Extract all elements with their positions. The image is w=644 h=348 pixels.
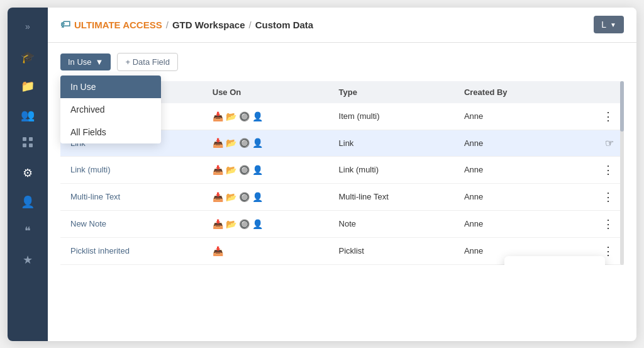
row-actions-btn[interactable]: ⋮ [567, 156, 624, 183]
created-by-cell: Anne [454, 103, 567, 130]
cursor-pointer-icon: ☞ [605, 138, 614, 149]
row-actions-btn[interactable]: ☞ [567, 130, 624, 156]
created-by-cell: Anne [454, 210, 567, 237]
star-icon: ★ [23, 253, 33, 267]
breadcrumb-sep2: / [248, 20, 251, 30]
dropdown-menu: In Use Archived All Fields [60, 76, 161, 143]
main-content: 🏷 ULTIMATE ACCESS / GTD Workspace / Cust… [48, 8, 636, 341]
row-actions-btn[interactable]: ⋮ [567, 183, 624, 210]
row-actions-btn[interactable]: ⋮ [567, 210, 624, 237]
context-menu-field-settings[interactable]: Field Settings [504, 260, 605, 265]
collapse-icon: » [25, 21, 30, 31]
folder-open-icon: 📂 [226, 165, 236, 175]
field-name-link[interactable]: Multi-line Text [70, 192, 120, 201]
use-on-cell: 📥 📂 🔘 👤 [203, 210, 329, 237]
field-name-link[interactable]: Link (multi) [70, 165, 111, 174]
created-by-cell: Anne [454, 156, 567, 183]
inbox-icon: 📥 [213, 111, 223, 121]
col-type: Type [329, 81, 454, 103]
breadcrumb-workspace-link[interactable]: ULTIMATE ACCESS [74, 20, 162, 30]
sidebar-item-quotes[interactable]: ❝ [15, 218, 40, 244]
svg-rect-3 [29, 143, 33, 147]
people-icon: 👥 [21, 108, 35, 122]
folder-open-icon: 📂 [226, 138, 236, 148]
use-on-icons: 📥 [213, 246, 319, 256]
sidebar-collapse-btn[interactable]: » [16, 15, 39, 38]
table-row: Multi-line Text 📥 📂 🔘 👤 Multi-l [60, 183, 624, 210]
circle-icon: 🔘 [239, 111, 250, 121]
sidebar-item-people[interactable]: 👥 [15, 103, 40, 128]
sidebar-item-apps[interactable] [15, 132, 40, 157]
inbox-icon: 📥 [213, 192, 223, 202]
chevron-down-icon: ▼ [610, 21, 616, 28]
field-name-cell: Picklist inherited [60, 237, 203, 264]
col-use-on: Use On [203, 81, 329, 103]
field-name-link[interactable]: New Note [70, 219, 106, 228]
use-on-cell: 📥 📂 🔘 👤 [203, 156, 329, 183]
user-icon: 👤 [252, 192, 263, 202]
row-actions-btn[interactable]: ⋮ [567, 103, 624, 130]
folder-icon: 📁 [21, 79, 35, 93]
folder-open-icon: 📂 [226, 192, 236, 202]
header: 🏷 ULTIMATE ACCESS / GTD Workspace / Cust… [48, 8, 636, 43]
created-by-cell: Anne [454, 130, 567, 156]
inbox-icon: 📥 [213, 246, 223, 256]
col-actions [567, 81, 624, 103]
use-on-cell: 📥 [203, 237, 329, 264]
use-on-cell: 📥 📂 🔘 👤 [203, 103, 329, 130]
circle-icon: 🔘 [239, 192, 250, 202]
apps-icon [22, 137, 33, 151]
in-use-dropdown-button[interactable]: In Use ▼ [60, 53, 111, 70]
use-on-cell: 📥 📂 🔘 👤 [203, 183, 329, 210]
sidebar-item-favorites[interactable]: ★ [15, 247, 40, 272]
breadcrumb: 🏷 ULTIMATE ACCESS / GTD Workspace / Cust… [60, 19, 313, 30]
content-area: In Use ▼ + Data Field In Use Archived Al… [48, 43, 636, 341]
dropdown-item-archived[interactable]: Archived [60, 98, 161, 121]
use-on-icons: 📥 📂 🔘 👤 [213, 165, 319, 175]
created-by-cell: Anne [454, 183, 567, 210]
user-icon: 👤 [252, 219, 263, 229]
context-menu: Field Settings Archive Field [504, 256, 605, 265]
sidebar-item-profile[interactable]: 👤 [15, 189, 40, 215]
sidebar-item-folders[interactable]: 📁 [15, 74, 40, 99]
field-name-link[interactable]: Picklist inherited [70, 246, 130, 255]
scrollbar-track[interactable] [620, 81, 624, 265]
user-icon: 👤 [252, 165, 263, 175]
use-on-icons: 📥 📂 🔘 👤 [213, 111, 319, 121]
folder-open-icon: 📂 [226, 111, 236, 121]
breadcrumb-sep1: / [166, 20, 169, 30]
scrollbar-thumb[interactable] [620, 81, 624, 132]
col-created-by: Created By [454, 81, 567, 103]
type-cell: Item (multi) [329, 103, 454, 130]
toolbar: In Use ▼ + Data Field In Use Archived Al… [60, 53, 624, 71]
use-on-cell: 📥 📂 🔘 👤 [203, 130, 329, 156]
user-menu-button[interactable]: L ▼ [594, 16, 624, 33]
folder-open-icon: 📂 [226, 219, 236, 229]
graduation-cap-icon: 🎓 [21, 50, 35, 64]
breadcrumb-custom-data: Custom Data [255, 20, 314, 30]
field-name-cell: New Note [60, 210, 203, 237]
breadcrumb-gtd[interactable]: GTD Workspace [172, 20, 245, 30]
field-name-cell: Multi-line Text [60, 183, 203, 210]
dropdown-item-in-use[interactable]: In Use [60, 76, 161, 98]
sidebar-item-settings[interactable]: ⚙ [15, 160, 40, 186]
dropdown-item-all-fields[interactable]: All Fields [60, 121, 161, 143]
sidebar: » 🎓 📁 👥 ⚙ 👤 ❝ [8, 8, 48, 341]
use-on-icons: 📥 📂 🔘 👤 [213, 192, 319, 202]
quote-icon: ❝ [25, 224, 31, 238]
use-on-icons: 📥 📂 🔘 👤 [213, 219, 319, 229]
circle-icon: 🔘 [239, 138, 250, 148]
svg-rect-0 [23, 137, 26, 141]
table-row: New Note 📥 📂 🔘 👤 Note [60, 210, 624, 237]
type-cell: Multi-line Text [329, 183, 454, 210]
add-field-label: + Data Field [125, 57, 169, 67]
user-icon: 👤 [252, 138, 263, 148]
type-cell: Link (multi) [329, 156, 454, 183]
use-on-icons: 📥 📂 🔘 👤 [213, 138, 319, 148]
inbox-icon: 📥 [213, 165, 223, 175]
sidebar-item-academy[interactable]: 🎓 [15, 45, 40, 70]
type-cell: Picklist [329, 237, 454, 264]
field-name-cell: Link (multi) [60, 156, 203, 183]
add-field-button[interactable]: + Data Field [117, 53, 177, 71]
settings-icon: ⚙ [23, 166, 33, 180]
